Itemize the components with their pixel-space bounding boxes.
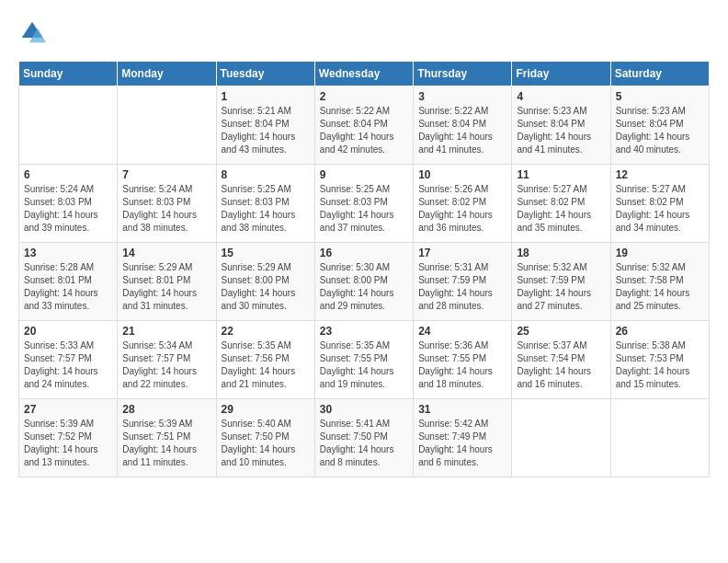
day-info: Sunrise: 5:24 AM Sunset: 8:03 PM Dayligh…: [24, 183, 112, 235]
day-info: Sunrise: 5:28 AM Sunset: 8:01 PM Dayligh…: [24, 261, 112, 313]
calendar-cell: 14Sunrise: 5:29 AM Sunset: 8:01 PM Dayli…: [118, 243, 216, 321]
calendar-cell: 13Sunrise: 5:28 AM Sunset: 8:01 PM Dayli…: [19, 243, 118, 321]
calendar-cell: 11Sunrise: 5:27 AM Sunset: 8:02 PM Dayli…: [512, 165, 610, 243]
day-number: 19: [616, 247, 704, 259]
day-info: Sunrise: 5:42 AM Sunset: 7:49 PM Dayligh…: [418, 418, 506, 469]
day-number: 21: [122, 325, 210, 338]
header-thursday: Thursday: [414, 62, 512, 86]
day-number: 11: [517, 168, 605, 181]
calendar-cell: 5Sunrise: 5:23 AM Sunset: 8:04 PM Daylig…: [610, 86, 709, 165]
day-number: 31: [418, 403, 506, 416]
day-number: 2: [320, 90, 408, 103]
day-info: Sunrise: 5:33 AM Sunset: 7:57 PM Dayligh…: [24, 339, 112, 391]
calendar-cell: 26Sunrise: 5:38 AM Sunset: 7:53 PM Dayli…: [610, 321, 709, 399]
day-number: 24: [418, 325, 506, 338]
day-info: Sunrise: 5:37 AM Sunset: 7:54 PM Dayligh…: [517, 339, 605, 391]
calendar-cell: 3Sunrise: 5:22 AM Sunset: 8:04 PM Daylig…: [414, 86, 512, 165]
day-info: Sunrise: 5:29 AM Sunset: 8:01 PM Dayligh…: [122, 261, 210, 313]
calendar-cell: 27Sunrise: 5:39 AM Sunset: 7:52 PM Dayli…: [19, 399, 118, 477]
header-wednesday: Wednesday: [314, 62, 413, 86]
day-info: Sunrise: 5:24 AM Sunset: 8:03 PM Dayligh…: [122, 183, 210, 235]
day-info: Sunrise: 5:26 AM Sunset: 8:02 PM Dayligh…: [418, 183, 506, 235]
day-info: Sunrise: 5:34 AM Sunset: 7:57 PM Dayligh…: [122, 339, 210, 391]
day-number: 26: [616, 325, 704, 338]
calendar-cell: 23Sunrise: 5:35 AM Sunset: 7:55 PM Dayli…: [314, 321, 413, 399]
calendar-cell: 24Sunrise: 5:36 AM Sunset: 7:55 PM Dayli…: [414, 321, 512, 399]
day-info: Sunrise: 5:27 AM Sunset: 8:02 PM Dayligh…: [616, 183, 704, 235]
day-number: 27: [24, 403, 112, 416]
calendar-cell: 22Sunrise: 5:35 AM Sunset: 7:56 PM Dayli…: [216, 321, 314, 399]
logo: [18, 18, 50, 46]
day-number: 20: [24, 325, 112, 338]
day-number: 12: [616, 168, 704, 181]
day-info: Sunrise: 5:22 AM Sunset: 8:04 PM Dayligh…: [418, 105, 506, 156]
day-number: 7: [122, 168, 210, 181]
calendar-table: SundayMondayTuesdayWednesdayThursdayFrid…: [18, 61, 710, 477]
calendar-week-5: 27Sunrise: 5:39 AM Sunset: 7:52 PM Dayli…: [19, 399, 710, 477]
day-number: 3: [418, 90, 506, 103]
day-number: 13: [24, 247, 112, 259]
calendar-cell: 8Sunrise: 5:25 AM Sunset: 8:03 PM Daylig…: [216, 165, 314, 243]
day-info: Sunrise: 5:30 AM Sunset: 8:00 PM Dayligh…: [320, 261, 408, 313]
day-number: 25: [517, 325, 605, 338]
day-info: Sunrise: 5:35 AM Sunset: 7:56 PM Dayligh…: [222, 339, 310, 391]
day-info: Sunrise: 5:32 AM Sunset: 7:59 PM Dayligh…: [517, 261, 605, 313]
calendar-cell: 6Sunrise: 5:24 AM Sunset: 8:03 PM Daylig…: [19, 165, 118, 243]
calendar-cell: 29Sunrise: 5:40 AM Sunset: 7:50 PM Dayli…: [216, 399, 314, 477]
calendar-cell: 15Sunrise: 5:29 AM Sunset: 8:00 PM Dayli…: [216, 243, 314, 321]
calendar-cell: 12Sunrise: 5:27 AM Sunset: 8:02 PM Dayli…: [610, 165, 709, 243]
calendar-week-3: 13Sunrise: 5:28 AM Sunset: 8:01 PM Dayli…: [19, 243, 710, 321]
day-number: 6: [24, 168, 112, 181]
day-number: 1: [222, 90, 310, 103]
header-friday: Friday: [512, 62, 610, 86]
day-number: 17: [418, 247, 506, 259]
day-info: Sunrise: 5:25 AM Sunset: 8:03 PM Dayligh…: [222, 183, 310, 235]
day-number: 18: [517, 247, 605, 259]
calendar-cell: 20Sunrise: 5:33 AM Sunset: 7:57 PM Dayli…: [19, 321, 118, 399]
day-info: Sunrise: 5:29 AM Sunset: 8:00 PM Dayligh…: [222, 261, 310, 313]
day-info: Sunrise: 5:31 AM Sunset: 7:59 PM Dayligh…: [418, 261, 506, 313]
day-number: 14: [122, 247, 210, 259]
calendar-cell: 1Sunrise: 5:21 AM Sunset: 8:04 PM Daylig…: [216, 86, 314, 165]
calendar-cell: 19Sunrise: 5:32 AM Sunset: 7:58 PM Dayli…: [610, 243, 709, 321]
day-info: Sunrise: 5:21 AM Sunset: 8:04 PM Dayligh…: [222, 105, 310, 156]
day-number: 10: [418, 168, 506, 181]
calendar-cell: 10Sunrise: 5:26 AM Sunset: 8:02 PM Dayli…: [414, 165, 512, 243]
day-info: Sunrise: 5:23 AM Sunset: 8:04 PM Dayligh…: [517, 105, 605, 156]
header-sunday: Sunday: [19, 62, 118, 86]
calendar-cell: 18Sunrise: 5:32 AM Sunset: 7:59 PM Dayli…: [512, 243, 610, 321]
day-info: Sunrise: 5:22 AM Sunset: 8:04 PM Dayligh…: [320, 105, 408, 156]
calendar-cell: 7Sunrise: 5:24 AM Sunset: 8:03 PM Daylig…: [118, 165, 216, 243]
day-number: 9: [320, 168, 408, 181]
day-info: Sunrise: 5:27 AM Sunset: 8:02 PM Dayligh…: [517, 183, 605, 235]
header-monday: Monday: [118, 62, 216, 86]
day-info: Sunrise: 5:25 AM Sunset: 8:03 PM Dayligh…: [320, 183, 408, 235]
header-saturday: Saturday: [610, 62, 709, 86]
calendar-header-row: SundayMondayTuesdayWednesdayThursdayFrid…: [19, 62, 710, 86]
page-header: [18, 18, 710, 46]
calendar-cell: 28Sunrise: 5:39 AM Sunset: 7:51 PM Dayli…: [118, 399, 216, 477]
day-info: Sunrise: 5:36 AM Sunset: 7:55 PM Dayligh…: [418, 339, 506, 391]
day-info: Sunrise: 5:40 AM Sunset: 7:50 PM Dayligh…: [222, 418, 310, 469]
day-info: Sunrise: 5:38 AM Sunset: 7:53 PM Dayligh…: [616, 339, 704, 391]
day-number: 28: [122, 403, 210, 416]
day-info: Sunrise: 5:41 AM Sunset: 7:50 PM Dayligh…: [320, 418, 408, 469]
calendar-week-1: 1Sunrise: 5:21 AM Sunset: 8:04 PM Daylig…: [19, 86, 710, 165]
calendar-cell: 9Sunrise: 5:25 AM Sunset: 8:03 PM Daylig…: [314, 165, 413, 243]
logo-icon: [18, 18, 46, 46]
calendar-cell: [19, 86, 118, 165]
day-info: Sunrise: 5:39 AM Sunset: 7:51 PM Dayligh…: [122, 418, 210, 469]
day-info: Sunrise: 5:39 AM Sunset: 7:52 PM Dayligh…: [24, 418, 112, 469]
calendar-week-4: 20Sunrise: 5:33 AM Sunset: 7:57 PM Dayli…: [19, 321, 710, 399]
calendar-cell: 2Sunrise: 5:22 AM Sunset: 8:04 PM Daylig…: [314, 86, 413, 165]
day-number: 16: [320, 247, 408, 259]
day-number: 8: [222, 168, 310, 181]
calendar-cell: [512, 399, 610, 477]
calendar-cell: 25Sunrise: 5:37 AM Sunset: 7:54 PM Dayli…: [512, 321, 610, 399]
day-number: 22: [222, 325, 310, 338]
calendar-cell: 21Sunrise: 5:34 AM Sunset: 7:57 PM Dayli…: [118, 321, 216, 399]
calendar-cell: 31Sunrise: 5:42 AM Sunset: 7:49 PM Dayli…: [414, 399, 512, 477]
day-number: 30: [320, 403, 408, 416]
day-number: 5: [616, 90, 704, 103]
day-info: Sunrise: 5:32 AM Sunset: 7:58 PM Dayligh…: [616, 261, 704, 313]
